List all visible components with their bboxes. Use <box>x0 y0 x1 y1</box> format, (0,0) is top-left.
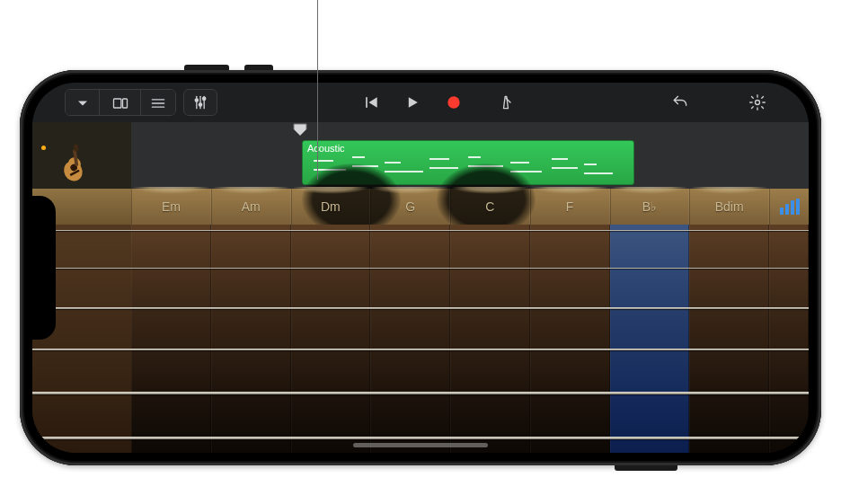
chord-button[interactable]: Em <box>131 189 211 225</box>
chord-label: Em <box>162 199 181 214</box>
metronome-button[interactable] <box>485 89 527 116</box>
silent-switch <box>244 65 273 70</box>
svg-point-12 <box>447 96 459 108</box>
chord-strum-area[interactable] <box>131 225 211 453</box>
browser-button[interactable] <box>100 90 141 116</box>
annotation-callout-line <box>317 0 318 180</box>
volume-button <box>184 65 229 70</box>
autoplay-level-icon <box>780 199 800 215</box>
svg-point-6 <box>195 99 198 102</box>
chord-label: Dm <box>321 199 341 214</box>
tracks-button[interactable] <box>141 90 175 116</box>
region-name: Acoustic <box>307 143 345 154</box>
track-lane[interactable]: Acoustic <box>131 122 809 189</box>
home-indicator[interactable] <box>353 443 488 447</box>
track-header[interactable] <box>32 122 131 189</box>
midi-region[interactable]: Acoustic <box>302 140 634 185</box>
chord-button[interactable]: B♭ <box>610 189 690 225</box>
chord-label: C <box>485 199 494 214</box>
svg-rect-11 <box>366 97 367 108</box>
side-button <box>615 465 677 471</box>
play-button[interactable] <box>392 89 433 116</box>
fretboard <box>32 225 809 453</box>
chord-button[interactable]: Am <box>211 189 291 225</box>
guitar-icon <box>51 139 100 188</box>
display-notch <box>32 196 56 340</box>
chord-button[interactable]: F <box>530 189 610 225</box>
autoplay-level-button[interactable] <box>769 189 809 225</box>
my-songs-button[interactable] <box>66 90 100 116</box>
chord-strum-area[interactable] <box>211 225 291 453</box>
svg-point-14 <box>756 101 760 105</box>
chord-button[interactable]: C <box>450 189 530 225</box>
chord-label: G <box>405 199 415 214</box>
chord-label: B♭ <box>642 199 657 214</box>
svg-point-8 <box>199 103 201 106</box>
device-frame: 12345678 + Acoustic <box>20 70 821 465</box>
tracks-area: 12345678 + Acoustic <box>32 122 809 189</box>
chord-label: F <box>566 199 574 214</box>
fret-column-level <box>769 225 809 453</box>
chord-label: Bdim <box>715 199 744 214</box>
chord-strip: EmAmDmGCFB♭Bdim <box>32 189 809 225</box>
control-bar <box>32 83 809 122</box>
midi-notes-icon <box>307 156 629 181</box>
svg-rect-0 <box>113 99 120 108</box>
screen: 12345678 + Acoustic <box>32 83 809 453</box>
chord-strum-area[interactable] <box>450 225 530 453</box>
svg-rect-1 <box>122 99 127 108</box>
chord-button[interactable]: G <box>370 189 450 225</box>
playhead[interactable] <box>293 123 307 137</box>
svg-rect-19 <box>74 145 79 152</box>
track-controls-button[interactable] <box>183 89 217 116</box>
chord-strum-area[interactable] <box>610 225 690 453</box>
chord-label: Am <box>242 199 261 214</box>
settings-button[interactable] <box>737 89 778 116</box>
undo-button[interactable] <box>660 89 701 116</box>
record-button[interactable] <box>433 89 474 116</box>
chord-strum-area[interactable] <box>689 225 769 453</box>
go-to-beginning-button[interactable] <box>350 89 392 116</box>
svg-point-10 <box>203 97 206 100</box>
chord-strum-area[interactable] <box>370 225 450 453</box>
view-group <box>65 89 176 116</box>
chord-strum-area[interactable] <box>530 225 610 453</box>
chord-button[interactable]: Dm <box>291 189 371 225</box>
track-indicator-icon <box>41 146 46 150</box>
chord-strum-area[interactable] <box>291 225 371 453</box>
chord-button[interactable]: Bdim <box>689 189 769 225</box>
